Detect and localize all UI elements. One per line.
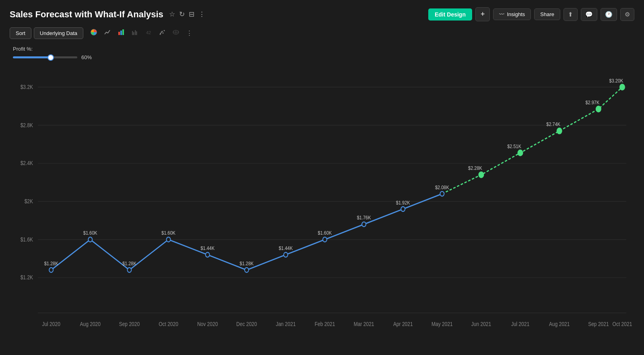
number-icon-button[interactable]: 42 xyxy=(142,27,155,39)
x-label-apr2021: Apr 2021 xyxy=(393,321,413,328)
main-container: Sales Forecast with What-If Analysis ☆ ↻… xyxy=(0,0,644,355)
map-icon xyxy=(172,29,180,36)
svg-rect-4 xyxy=(132,31,133,35)
x-label-jan2021: Jan 2021 xyxy=(276,321,295,328)
svg-rect-5 xyxy=(133,32,134,35)
y-axis-label-1200: $1.2K xyxy=(21,275,33,281)
point-jul2020 xyxy=(49,268,53,272)
star-icon[interactable]: ☆ xyxy=(169,10,175,19)
refresh-icon[interactable]: ↻ xyxy=(179,10,185,19)
x-label-dec2020: Dec 2020 xyxy=(236,321,257,328)
grouped-bar-icon-button[interactable] xyxy=(128,27,141,39)
sales-forecast-chart: $3.2K $2.8K $2.4K $2K $1.6K $1.2K Jul 20… xyxy=(10,65,634,351)
x-label-mar2021: Mar 2021 xyxy=(354,321,374,328)
insights-icon: 〰 xyxy=(499,11,504,17)
header-right: Edit Design + 〰 Insights Share ⬆ 💬 🕐 ⚙ xyxy=(428,7,634,21)
sort-button[interactable]: Sort xyxy=(10,27,31,39)
label-jul2020: $1.28K xyxy=(44,260,58,266)
map-icon-button[interactable] xyxy=(169,27,182,39)
toolbar: Sort Underlying Data xyxy=(10,27,634,39)
label-aug2020: $1.60K xyxy=(83,230,97,236)
insights-button[interactable]: 〰 Insights xyxy=(493,8,531,20)
label-jul2021: $2.51K xyxy=(507,143,521,149)
svg-point-12 xyxy=(164,30,165,31)
insights-label: Insights xyxy=(507,11,525,17)
x-label-nov2020: Nov 2020 xyxy=(197,321,218,328)
x-label-jul2021: Jul 2021 xyxy=(511,321,529,328)
label-jan2021: $1.44K xyxy=(279,245,293,251)
header: Sales Forecast with What-If Analysis ☆ ↻… xyxy=(10,7,634,21)
comment-icon-button[interactable]: 💬 xyxy=(581,8,597,21)
slider-label: Profit %: xyxy=(13,46,634,52)
slider-section: Profit %: 60% xyxy=(13,46,634,60)
y-axis-label-2000: $2K xyxy=(25,198,33,204)
pie-chart-icon-button[interactable] xyxy=(87,27,100,39)
point-may2021 xyxy=(440,192,444,196)
point-nov2020 xyxy=(206,252,210,257)
x-label-jun2021: Jun 2021 xyxy=(471,321,491,328)
point-sep2021 xyxy=(596,106,601,112)
point-mar2021 xyxy=(362,222,366,227)
edit-design-button[interactable]: Edit Design xyxy=(428,8,472,21)
label-nov2020: $1.44K xyxy=(200,245,215,251)
y-axis-label-2400: $2.4K xyxy=(21,160,33,167)
bar-chart-icon xyxy=(118,29,125,36)
upload-icon-button[interactable]: ⬆ xyxy=(564,8,578,21)
grouped-bar-icon xyxy=(131,29,138,36)
header-icons: ☆ ↻ ⊟ ⋮ xyxy=(169,10,205,19)
svg-point-11 xyxy=(163,33,164,34)
point-feb2021 xyxy=(323,237,327,242)
label-oct2020: $1.60K xyxy=(161,230,175,236)
chart-area: $3.2K $2.8K $2.4K $2K $1.6K $1.2K Jul 20… xyxy=(10,65,634,351)
svg-rect-7 xyxy=(136,31,137,35)
y-axis-label-3200: $3.2K xyxy=(21,84,33,90)
bar-chart-icon-button[interactable] xyxy=(115,27,128,39)
x-label-sep2021: Sep 2021 xyxy=(588,321,609,328)
label-apr2021: $1.92K xyxy=(396,200,410,206)
point-oct2020 xyxy=(167,237,171,242)
x-label-feb2021: Feb 2021 xyxy=(315,321,335,328)
x-label-oct2021: Oct 2021 xyxy=(613,321,632,328)
label-feb2021: $1.60K xyxy=(318,230,332,236)
x-label-oct2020: Oct 2020 xyxy=(159,321,178,328)
settings-icon-button[interactable]: ⚙ xyxy=(620,8,634,21)
point-dec2020 xyxy=(245,268,249,272)
label-may2021: $2.08K xyxy=(435,184,449,190)
more-icon[interactable]: ⋮ xyxy=(198,10,205,19)
point-aug2020 xyxy=(88,237,92,242)
label-jun2021: $2.28K xyxy=(468,165,482,171)
profit-slider[interactable] xyxy=(13,56,77,58)
more-viz-button[interactable]: ⋮ xyxy=(183,27,196,39)
point-aug2021 xyxy=(557,128,562,134)
y-axis-label-2800: $2.8K xyxy=(21,122,33,128)
label-sep2021: $2.97K xyxy=(585,99,599,105)
svg-rect-3 xyxy=(122,29,124,35)
history-icon-button[interactable]: 🕐 xyxy=(601,8,617,21)
y-axis-label-1600: $1.6K xyxy=(21,236,33,243)
svg-rect-6 xyxy=(135,30,136,35)
toolbar-chart-icons: 42 ⋮ xyxy=(87,27,196,39)
point-jun2021 xyxy=(479,172,484,178)
label-dec2020: $1.28K xyxy=(239,260,254,266)
share-button[interactable]: Share xyxy=(534,8,560,20)
svg-point-14 xyxy=(160,33,161,34)
slider-wrapper: 60% xyxy=(13,54,634,60)
point-jan2021 xyxy=(284,252,288,257)
svg-rect-2 xyxy=(120,31,122,35)
scatter-icon-button[interactable] xyxy=(156,27,169,39)
underlying-data-button[interactable]: Underlying Data xyxy=(34,27,83,39)
x-label-may2021: May 2021 xyxy=(431,321,453,328)
save-icon[interactable]: ⊟ xyxy=(189,10,194,19)
svg-text:42: 42 xyxy=(146,30,151,35)
scatter-icon xyxy=(159,29,166,36)
point-apr2021 xyxy=(401,206,405,211)
slider-value: 60% xyxy=(81,54,92,60)
page-title: Sales Forecast with What-If Analysis xyxy=(10,9,163,20)
x-label-aug2021: Aug 2021 xyxy=(549,321,570,328)
point-sep2020 xyxy=(127,268,131,272)
line-chart-icon-button[interactable] xyxy=(101,27,114,39)
label-oct2021: $3.20K xyxy=(609,78,623,84)
x-label-aug2020: Aug 2020 xyxy=(80,321,101,328)
label-mar2021: $1.76K xyxy=(357,215,371,221)
add-button[interactable]: + xyxy=(475,7,490,21)
